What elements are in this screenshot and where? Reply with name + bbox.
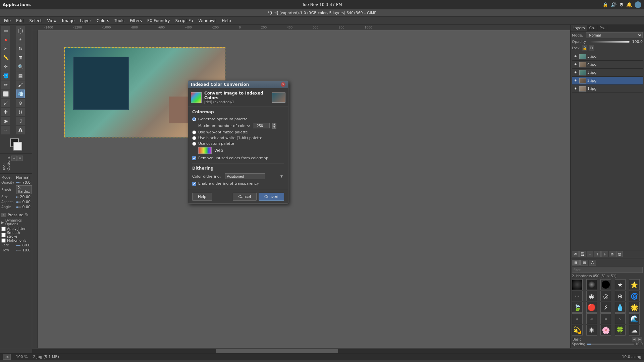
color-dithering-select[interactable]: None FS FS (reduced bleeding) Fixed Posi… (225, 173, 265, 179)
radio-generate-optimum: Generate optimum palette (192, 116, 284, 122)
dialog-thumbnail (272, 93, 285, 103)
color-dithering-combo: None FS FS (reduced bleeding) Fixed Posi… (225, 173, 284, 179)
radio-generate-optimum-label: Generate optimum palette (198, 117, 248, 121)
radio-web-optimized-input[interactable] (192, 130, 196, 134)
radio-bw-label: Use black and white (1-bit) palette (198, 136, 262, 140)
radio-generate-optimum-input[interactable] (192, 117, 196, 121)
palette-name: Web (214, 148, 223, 153)
remove-unused-label: Remove unused colors from colormap (198, 156, 268, 160)
dialog-close-button[interactable]: ✕ (281, 82, 285, 87)
radio-custom-palette-label: Use custom palette (198, 141, 234, 146)
dialog-header: Convert Image to Indexed Colors [tiel] (… (188, 88, 288, 107)
dialog-icon (191, 92, 202, 103)
dialog-titlebar: Indexed Color Conversion ✕ (188, 81, 288, 88)
help-button[interactable]: Help (192, 193, 212, 201)
dithering-section-label: Dithering (192, 166, 284, 171)
combo-arrow-icon: ▼ (280, 175, 283, 178)
max-colors-spinners: ▲ ▼ (272, 123, 276, 129)
enable-dithering-label: Enable dithering of transparency (198, 181, 259, 186)
radio-custom-palette-input[interactable] (192, 142, 196, 146)
dithering-section: Dithering Color dithering: None FS FS (r… (192, 166, 284, 187)
dialog-subtitle: [tiel] (exported)-1 (204, 100, 269, 104)
enable-dithering-row: Enable dithering of transparency (192, 180, 284, 187)
color-dithering-row: Color dithering: None FS FS (reduced ble… (192, 173, 284, 180)
colormap-section-label: Colormap (192, 110, 284, 114)
max-colors-input[interactable] (253, 123, 270, 128)
dialog-body: Colormap Generate optimum palette Maximu… (188, 107, 288, 190)
color-dithering-label: Color dithering: (192, 174, 222, 179)
radio-custom-palette: Use custom palette (192, 141, 284, 146)
dialog-titlebar-text: Indexed Color Conversion (191, 82, 249, 87)
max-colors-down[interactable]: ▼ (272, 126, 276, 129)
enable-dithering-checkbox[interactable] (192, 182, 196, 186)
radio-web-optimized: Use web-optimized palette (192, 129, 284, 135)
max-colors-up[interactable]: ▲ (272, 123, 276, 126)
radio-bw-input[interactable] (192, 136, 196, 140)
dialog-title-text: Convert Image to Indexed Colors [tiel] (… (204, 91, 269, 104)
indexed-color-dialog: Indexed Color Conversion ✕ Convert Image… (188, 80, 288, 204)
remove-unused-checkbox[interactable] (192, 156, 196, 160)
dialog-buttons: Help Cancel Convert (188, 190, 288, 203)
remove-unused-row: Remove unused colors from colormap (192, 155, 284, 162)
separator-1 (192, 164, 284, 164)
cancel-button[interactable]: Cancel (233, 193, 257, 201)
max-colors-label: Maximum number of colors: (198, 124, 250, 128)
convert-button[interactable]: Convert (259, 193, 284, 201)
modal-overlay: Indexed Color Conversion ✕ Convert Image… (0, 0, 644, 362)
dialog-main-title: Convert Image to Indexed Colors (204, 91, 269, 100)
palette-preview-row: Web (192, 146, 284, 155)
dialog-action-buttons: Cancel Convert (233, 193, 284, 201)
max-colors-row: Maximum number of colors: ▲ ▼ (192, 122, 284, 129)
radio-bw: Use black and white (1-bit) palette (192, 135, 284, 141)
palette-preview (198, 147, 212, 154)
radio-web-optimized-label: Use web-optimized palette (198, 130, 248, 134)
